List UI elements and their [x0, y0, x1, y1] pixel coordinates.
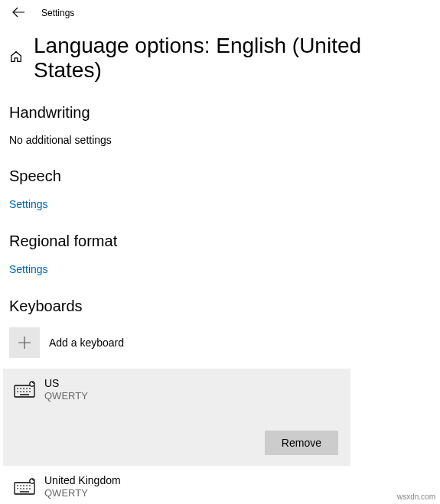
keyboard-item-us[interactable]: US QWERTY Remove	[3, 369, 350, 466]
window-header: Settings	[0, 0, 440, 28]
svg-point-12	[30, 381, 34, 385]
speech-settings-link[interactable]: Settings	[9, 198, 48, 210]
keyboard-layout: QWERTY	[44, 390, 340, 403]
regional-heading: Regional format	[9, 232, 431, 250]
section-regional: Regional format Settings	[9, 232, 431, 276]
keyboard-actions: Remove	[14, 431, 340, 455]
keyboard-text: US QWERTY	[44, 376, 340, 403]
plus-icon	[9, 327, 40, 358]
svg-point-25	[30, 478, 34, 483]
watermark: wsxdn.com	[397, 493, 435, 501]
speech-heading: Speech	[9, 167, 431, 185]
back-button[interactable]	[9, 5, 28, 21]
title-row: Language options: English (United States…	[9, 34, 431, 83]
home-icon[interactable]	[9, 50, 23, 67]
keyboard-item-uk[interactable]: United Kingdom QWERTY	[3, 466, 437, 504]
keyboard-text: United Kingdom QWERTY	[44, 473, 426, 500]
keyboard-icon	[14, 379, 35, 401]
section-keyboards: Keyboards Add a keyboard	[9, 298, 431, 504]
section-handwriting: Handwriting No additional settings	[9, 104, 431, 146]
handwriting-heading: Handwriting	[9, 104, 431, 122]
handwriting-text: No additional settings	[9, 134, 431, 146]
keyboard-layout: QWERTY	[44, 487, 426, 500]
add-keyboard-button[interactable]: Add a keyboard	[9, 327, 431, 358]
keyboard-name: United Kingdom	[44, 473, 426, 487]
add-keyboard-label: Add a keyboard	[49, 337, 124, 349]
app-title: Settings	[41, 8, 74, 18]
page-title: Language options: English (United States…	[34, 34, 431, 83]
content: Language options: English (United States…	[0, 28, 440, 504]
keyboard-name: US	[44, 376, 340, 390]
keyboards-heading: Keyboards	[9, 298, 431, 315]
remove-button[interactable]: Remove	[265, 431, 338, 455]
section-speech: Speech Settings	[9, 167, 431, 211]
keyboard-icon	[14, 476, 35, 498]
regional-settings-link[interactable]: Settings	[9, 263, 48, 275]
